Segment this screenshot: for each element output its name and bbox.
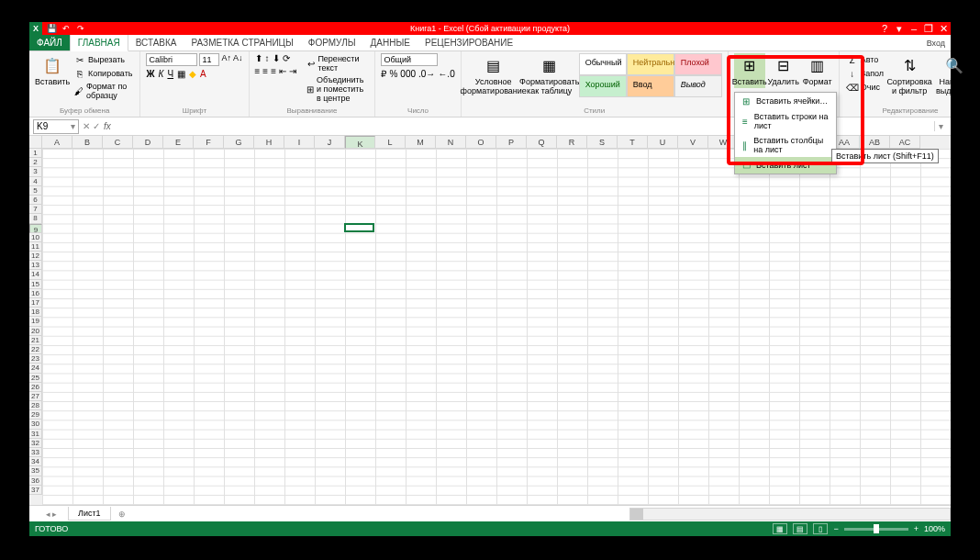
row-header-31[interactable]: 31 bbox=[29, 430, 42, 439]
col-header-H[interactable]: H bbox=[254, 136, 284, 149]
style-bad[interactable]: Плохой bbox=[674, 53, 722, 75]
col-header-F[interactable]: F bbox=[194, 136, 224, 149]
underline-button[interactable]: Ч bbox=[167, 69, 173, 79]
zoom-level[interactable]: 100% bbox=[924, 524, 945, 533]
tab-file[interactable]: ФАЙЛ bbox=[29, 35, 70, 50]
clear-button[interactable]: ⌫Очис bbox=[845, 81, 885, 94]
row-header-34[interactable]: 34 bbox=[29, 457, 42, 466]
qat-redo-icon[interactable]: ↷ bbox=[75, 23, 86, 34]
sort-filter-button[interactable]: ⇅ Сортировка и фильтр bbox=[888, 53, 930, 97]
row-header-7[interactable]: 7 bbox=[29, 205, 42, 214]
col-header-B[interactable]: B bbox=[72, 136, 103, 149]
select-all-corner[interactable] bbox=[29, 136, 42, 149]
col-header-N[interactable]: N bbox=[436, 136, 466, 149]
sheet-nav-next[interactable]: ▸ bbox=[52, 510, 57, 519]
view-page-layout-button[interactable]: ▤ bbox=[793, 523, 807, 534]
italic-button[interactable]: К bbox=[159, 69, 164, 79]
row-header-11[interactable]: 11 bbox=[29, 242, 42, 252]
col-header-O[interactable]: O bbox=[466, 136, 496, 149]
style-input[interactable]: Ввод bbox=[627, 75, 674, 97]
indent-decrease-button[interactable]: ⇤ bbox=[279, 66, 286, 76]
insert-cells-item[interactable]: ⊞Вставить ячейки… bbox=[735, 93, 836, 109]
align-center-button[interactable]: ≡ bbox=[262, 66, 268, 76]
row-header-32[interactable]: 32 bbox=[29, 439, 42, 448]
tab-formulas[interactable]: ФОРМУЛЫ bbox=[301, 35, 363, 50]
cancel-formula-icon[interactable]: ✕ bbox=[83, 121, 90, 131]
row-header-13[interactable]: 13 bbox=[29, 261, 42, 270]
expand-formula-bar[interactable]: ▾ bbox=[934, 121, 947, 131]
row-header-33[interactable]: 33 bbox=[29, 448, 42, 457]
qat-undo-icon[interactable]: ↶ bbox=[61, 23, 72, 34]
add-sheet-button[interactable]: ⊕ bbox=[113, 508, 131, 521]
row-header-22[interactable]: 22 bbox=[29, 345, 42, 354]
enter-formula-icon[interactable]: ✓ bbox=[93, 121, 100, 131]
zoom-slider[interactable] bbox=[844, 528, 908, 531]
row-header-28[interactable]: 28 bbox=[29, 401, 42, 410]
col-header-AB[interactable]: AB bbox=[860, 136, 890, 149]
orientation-button[interactable]: ⟳ bbox=[283, 53, 290, 63]
col-header-J[interactable]: J bbox=[315, 136, 345, 149]
copy-button[interactable]: ⎘Копировать bbox=[72, 67, 134, 80]
align-bottom-button[interactable]: ⬇ bbox=[273, 53, 280, 63]
row-header-16[interactable]: 16 bbox=[29, 289, 42, 298]
col-header-Q[interactable]: Q bbox=[527, 136, 557, 149]
autosum-button[interactable]: ΣАвто bbox=[845, 53, 885, 66]
font-name-select[interactable]: Calibri bbox=[146, 53, 197, 66]
tab-insert[interactable]: ВСТАВКА bbox=[128, 35, 184, 50]
minimize-button[interactable]: – bbox=[907, 23, 921, 35]
decrease-decimal-button[interactable]: ←.0 bbox=[438, 69, 454, 79]
conditional-formatting-button[interactable]: ▤ Условное форматирование bbox=[467, 53, 520, 97]
paste-button[interactable]: 📋 Вставить bbox=[35, 53, 70, 101]
currency-button[interactable]: ₽ bbox=[381, 69, 386, 79]
style-normal[interactable]: Обычный bbox=[579, 53, 627, 75]
row-header-18[interactable]: 18 bbox=[29, 308, 42, 317]
align-right-button[interactable]: ≡ bbox=[271, 66, 276, 76]
percent-button[interactable]: % bbox=[389, 69, 397, 79]
zoom-in-button[interactable]: + bbox=[914, 524, 919, 533]
row-header-37[interactable]: 37 bbox=[29, 486, 42, 495]
row-header-5[interactable]: 5 bbox=[29, 186, 42, 196]
cut-button[interactable]: ✂Вырезать bbox=[72, 53, 134, 66]
col-header-C[interactable]: C bbox=[103, 136, 133, 149]
row-header-35[interactable]: 35 bbox=[29, 466, 42, 476]
view-normal-button[interactable]: ▦ bbox=[773, 523, 787, 534]
row-header-10[interactable]: 10 bbox=[29, 233, 42, 242]
fx-icon[interactable]: fx bbox=[104, 121, 111, 131]
close-button[interactable]: ✕ bbox=[936, 23, 951, 35]
font-color-button[interactable]: A bbox=[200, 69, 206, 79]
align-top-button[interactable]: ⬆ bbox=[255, 53, 262, 63]
style-neutral[interactable]: Нейтральный bbox=[627, 53, 674, 75]
row-header-9[interactable]: 9 bbox=[29, 224, 42, 233]
row-header-30[interactable]: 30 bbox=[29, 420, 42, 429]
active-cell[interactable] bbox=[344, 223, 374, 233]
help-button[interactable]: ? bbox=[877, 23, 892, 35]
qat-save-icon[interactable]: 💾 bbox=[46, 23, 57, 34]
col-header-A[interactable]: A bbox=[42, 136, 72, 149]
align-middle-button[interactable]: ↕ bbox=[265, 53, 270, 63]
row-header-27[interactable]: 27 bbox=[29, 392, 42, 401]
find-select-button[interactable]: 🔍 Найти и выделить bbox=[933, 53, 975, 97]
insert-rows-item[interactable]: ≡Вставить строки на лист bbox=[735, 109, 836, 133]
col-header-D[interactable]: D bbox=[133, 136, 163, 149]
row-header-21[interactable]: 21 bbox=[29, 336, 42, 345]
wrap-text-button[interactable]: ↩Перенести текст bbox=[305, 53, 369, 73]
row-header-8[interactable]: 8 bbox=[29, 214, 42, 223]
horizontal-scrollbar[interactable] bbox=[629, 508, 951, 521]
row-header-4[interactable]: 4 bbox=[29, 177, 42, 186]
number-format-select[interactable]: Общий bbox=[381, 53, 438, 66]
col-header-L[interactable]: L bbox=[375, 136, 406, 149]
col-header-R[interactable]: R bbox=[557, 136, 587, 149]
name-box[interactable]: K9▾ bbox=[33, 119, 79, 134]
restore-button[interactable]: ❐ bbox=[921, 23, 936, 35]
tab-review[interactable]: РЕЦЕНЗИРОВАНИЕ bbox=[418, 35, 520, 50]
col-header-S[interactable]: S bbox=[587, 136, 618, 149]
insert-cells-button[interactable]: ⊞ Вставить bbox=[734, 53, 765, 88]
tab-page-layout[interactable]: РАЗМЕТКА СТРАНИЦЫ bbox=[184, 35, 301, 50]
format-painter-button[interactable]: 🖌Формат по образцу bbox=[72, 81, 134, 101]
row-header-26[interactable]: 26 bbox=[29, 383, 42, 392]
col-header-U[interactable]: U bbox=[648, 136, 678, 149]
bold-button[interactable]: Ж bbox=[146, 69, 154, 79]
cells-area[interactable] bbox=[42, 149, 951, 505]
row-header-25[interactable]: 25 bbox=[29, 374, 42, 383]
row-header-6[interactable]: 6 bbox=[29, 196, 42, 205]
